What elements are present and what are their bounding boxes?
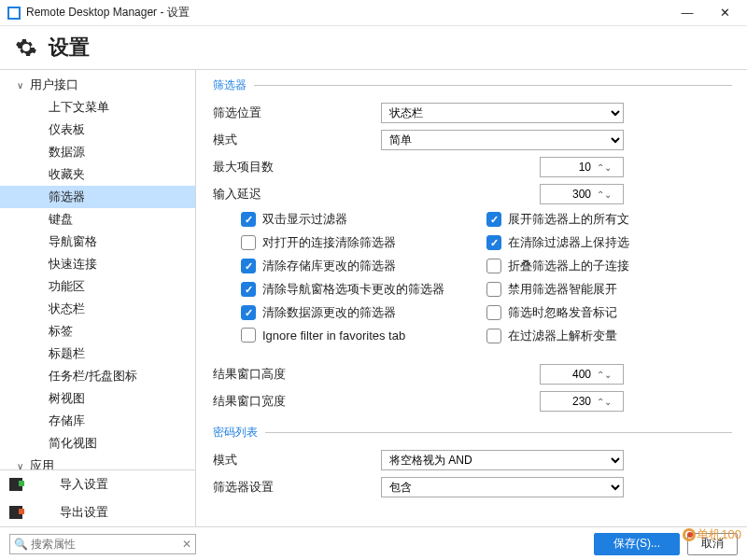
filter-location-select[interactable]: 状态栏 xyxy=(381,103,624,123)
export-settings-button[interactable]: 导出设置 xyxy=(0,498,195,526)
filter-mode-label: 模式 xyxy=(213,132,381,148)
tree-item[interactable]: 任务栏/托盘图标 xyxy=(0,365,195,387)
tree-item[interactable]: 存储库 xyxy=(0,410,195,432)
settings-tree: ∨用户接口上下文菜单仪表板数据源收藏夹筛选器键盘导航窗格快速连接功能区状态栏标签… xyxy=(0,70,195,469)
checkbox-row[interactable]: 清除导航窗格选项卡更改的筛选器 xyxy=(241,281,486,298)
checkbox-row[interactable]: 对打开的连接清除筛选器 xyxy=(241,234,486,251)
result-height-label: 结果窗口高度 xyxy=(213,366,381,383)
checkbox[interactable] xyxy=(241,259,256,273)
tree-item[interactable]: 状态栏 xyxy=(0,298,195,320)
pwd-filter-label: 筛选器设置 xyxy=(213,479,381,496)
tree-item[interactable]: ∨应用 xyxy=(0,455,195,469)
checkbox[interactable] xyxy=(486,305,501,320)
search-properties-input[interactable]: 🔍 ✕ xyxy=(9,534,196,554)
checkbox-row[interactable]: 禁用筛选器智能展开 xyxy=(486,281,732,298)
tree-item[interactable]: 数据源 xyxy=(0,141,195,163)
checkbox-row[interactable]: 双击显示过滤器 xyxy=(241,211,486,228)
checkbox-row[interactable]: 筛选时忽略发音标记 xyxy=(486,304,732,321)
tree-item[interactable]: 收藏夹 xyxy=(0,163,195,186)
tree-item[interactable]: 简化视图 xyxy=(0,432,195,455)
checkbox[interactable] xyxy=(241,305,256,320)
checkbox[interactable] xyxy=(486,235,501,250)
search-icon: 🔍 xyxy=(14,538,27,551)
filter-mode-select[interactable]: 简单 xyxy=(381,130,624,150)
pwd-filter-select[interactable]: 包含 xyxy=(381,477,624,497)
import-icon xyxy=(9,478,22,491)
result-width-stepper[interactable]: ⌃⌄ xyxy=(540,391,624,412)
checkbox-row[interactable]: 在清除过滤器上保持选 xyxy=(486,234,732,251)
tree-item[interactable]: 导航窗格 xyxy=(0,231,195,253)
pwd-mode-select[interactable]: 将空格视为 AND xyxy=(381,450,624,470)
checkbox-row[interactable]: 清除存储库更改的筛选器 xyxy=(241,258,486,274)
gear-icon xyxy=(15,36,37,59)
result-height-stepper[interactable]: ⌃⌄ xyxy=(540,364,624,385)
export-icon xyxy=(9,506,22,519)
password-list-legend: 密码列表 xyxy=(213,425,258,441)
tree-item[interactable]: 快速连接 xyxy=(0,253,195,275)
tree-item[interactable]: 键盘 xyxy=(0,208,195,231)
tree-item[interactable]: 树视图 xyxy=(0,387,195,410)
max-items-stepper[interactable]: ⌃⌄ xyxy=(540,157,624,177)
checkbox-row[interactable]: 在过滤器上解析变量 xyxy=(486,328,732,344)
tree-item[interactable]: 功能区 xyxy=(0,275,195,298)
minimize-button[interactable]: — xyxy=(669,0,706,26)
checkbox-row[interactable]: 展开筛选器上的所有文 xyxy=(486,211,732,228)
input-delay-stepper[interactable]: ⌃⌄ xyxy=(540,184,624,204)
tree-item[interactable]: 上下文菜单 xyxy=(0,96,195,119)
checkbox[interactable] xyxy=(241,235,256,250)
tree-item[interactable]: ∨用户接口 xyxy=(0,74,195,96)
checkbox-row[interactable]: 折叠筛选器上的子连接 xyxy=(486,258,732,274)
cancel-button[interactable]: 取消 xyxy=(687,533,738,555)
app-icon xyxy=(7,7,21,20)
close-button[interactable]: ✕ xyxy=(706,0,743,26)
save-button[interactable]: 保存(S)... xyxy=(594,533,680,555)
filter-legend: 筛选器 xyxy=(213,77,247,93)
clear-search-icon[interactable]: ✕ xyxy=(182,538,191,551)
tree-item[interactable]: 仪表板 xyxy=(0,119,195,141)
import-settings-button[interactable]: 导入设置 xyxy=(0,470,195,498)
tree-item[interactable]: 标签 xyxy=(0,320,195,343)
max-items-label: 最大项目数 xyxy=(213,159,381,175)
pwd-mode-label: 模式 xyxy=(213,452,381,469)
result-width-label: 结果窗口宽度 xyxy=(213,393,381,410)
tree-item[interactable]: 筛选器 xyxy=(0,186,195,208)
checkbox-row[interactable]: Ignore filter in favorites tab xyxy=(241,328,486,343)
checkbox[interactable] xyxy=(241,212,256,227)
input-delay-label: 输入延迟 xyxy=(213,186,381,203)
checkbox[interactable] xyxy=(241,282,256,297)
checkbox[interactable] xyxy=(241,328,256,343)
checkbox[interactable] xyxy=(486,329,501,343)
page-title: 设置 xyxy=(49,34,90,62)
tree-item[interactable]: 标题栏 xyxy=(0,343,195,365)
checkbox-row[interactable]: 清除数据源更改的筛选器 xyxy=(241,304,486,321)
checkbox[interactable] xyxy=(486,212,501,227)
window-title: Remote Desktop Manager - 设置 xyxy=(26,5,190,21)
checkbox[interactable] xyxy=(486,282,501,297)
checkbox[interactable] xyxy=(486,259,501,273)
filter-location-label: 筛选位置 xyxy=(213,105,381,121)
